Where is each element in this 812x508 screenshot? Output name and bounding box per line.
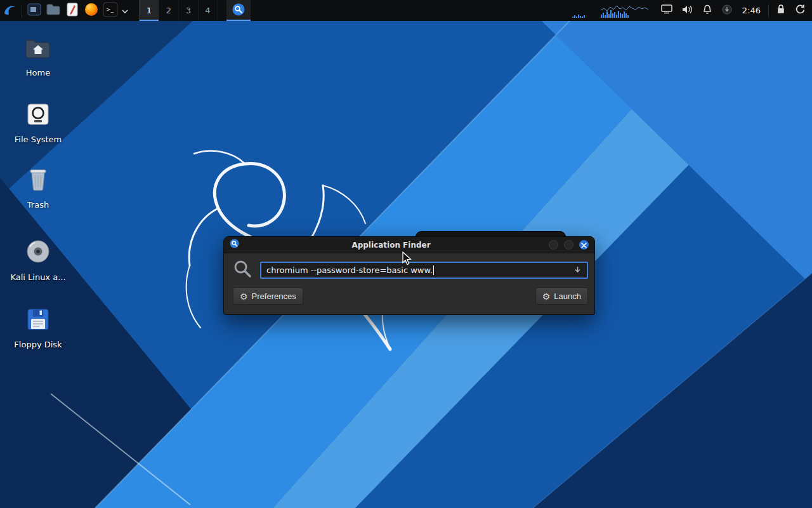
file-manager-launcher[interactable] [44,0,63,21]
session-logout-button[interactable] [790,0,809,21]
lock-icon [776,4,785,17]
titlebar[interactable]: Application Finder [224,237,594,253]
chevron-down-icon [122,4,128,17]
panel-divider [22,4,22,17]
desktop-icon-file-system[interactable]: File System [6,102,70,144]
floppy-disk-icon [27,308,49,333]
home-folder-icon [25,37,51,62]
cdrom-icon [26,239,50,266]
top-panel: >_ 1 2 3 4 [0,0,812,21]
panel-launchers: >_ [0,0,130,21]
volume-icon[interactable] [682,4,693,17]
application-finder-window: Application Finder chromium --password-s… [223,236,595,315]
lock-screen-button[interactable] [771,0,790,21]
desktop-icon-label: Floppy Disk [14,340,62,349]
arrow-down-icon [573,264,582,276]
maximize-button[interactable] [564,240,573,250]
close-icon [581,239,587,251]
minimize-button[interactable] [549,240,558,250]
terminal-launcher[interactable]: >_ [101,0,120,21]
launch-button-label: Launch [554,291,581,301]
text-caret [433,265,434,275]
window-title: Application Finder [239,241,543,250]
gear-icon: ⚙ [240,292,248,301]
preferences-button[interactable]: ⚙ Preferences [233,288,303,305]
drive-icon [27,103,49,128]
close-button[interactable] [579,240,589,250]
search-icon [233,259,252,281]
application-finder-icon [232,3,245,18]
firefox-icon [84,3,98,19]
notifications-bell-icon[interactable] [702,4,712,17]
trash-icon [28,167,48,194]
app-window-launcher[interactable] [25,0,44,21]
app-window-icon [27,3,41,19]
workspace-4[interactable]: 4 [198,0,218,21]
workspace-switcher: 1 2 3 4 [139,0,218,21]
taskbar-application-finder[interactable] [226,0,251,21]
workspace-3[interactable]: 3 [178,0,198,21]
history-dropdown-button[interactable] [573,264,582,276]
desktop-icon-label: Trash [27,200,49,210]
preferences-button-label: Preferences [252,291,296,301]
panel-divider [768,4,769,17]
text-editor-launcher[interactable] [63,0,82,21]
workspace-2[interactable]: 2 [159,0,178,21]
folder-icon [46,4,60,18]
desktop-icon-label: Kali Linux a... [10,272,65,282]
system-tray [661,0,732,21]
desktop-icon-label: File System [15,135,62,144]
panel-clock[interactable]: 2:46 [742,0,761,21]
session-refresh-icon [795,4,806,17]
kali-menu-button[interactable] [0,0,19,21]
kali-logo-icon [2,2,17,20]
desktop-icon-label: Home [26,68,50,77]
firefox-launcher[interactable] [82,0,101,21]
search-input-value: chromium --password-store=basic www. [266,265,433,275]
search-input[interactable]: chromium --password-store=basic www. [260,262,588,279]
display-icon[interactable] [661,4,672,17]
window-app-icon [230,239,239,251]
workspace-1[interactable]: 1 [139,0,159,21]
system-monitor-graph[interactable] [572,0,650,21]
terminal-icon: >_ [103,2,118,20]
launch-gear-icon: ⚙ [542,292,551,301]
desktop-icon-kali-cd[interactable]: Kali Linux a... [6,239,70,282]
desktop-icon-floppy[interactable]: Floppy Disk [6,307,70,349]
status-indicator-icon[interactable] [722,4,732,17]
terminal-glyph: >_ [106,6,114,13]
launch-button[interactable]: ⚙ Launch [535,288,588,305]
desktop-icon-trash[interactable]: Trash [6,167,70,210]
desktop-icon-home[interactable]: Home [6,35,70,77]
text-editor-icon [66,3,79,19]
terminal-dropdown-button[interactable] [120,0,130,21]
